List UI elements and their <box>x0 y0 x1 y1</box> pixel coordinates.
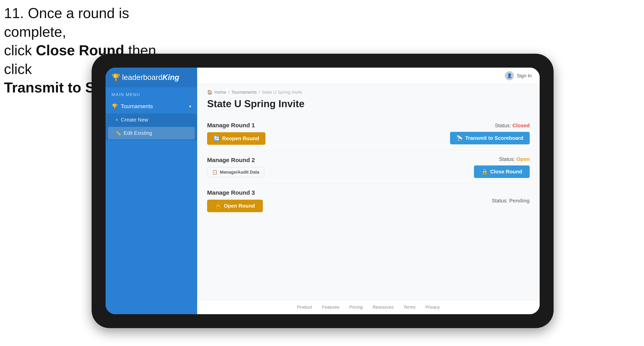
instruction-line1: 11. Once a round is complete, <box>4 5 129 40</box>
transmit-to-scoreboard-button[interactable]: 📡 Transmit to Scoreboard <box>450 132 530 144</box>
edit-icon: ✏️ <box>116 131 121 136</box>
breadcrumb: 🏠 Home / Tournaments / State U Spring In… <box>207 90 530 95</box>
breadcrumb-tournaments[interactable]: Tournaments <box>232 90 257 95</box>
footer-pricing[interactable]: Pricing <box>349 305 362 310</box>
close-round-button[interactable]: 🔒 Close Round <box>474 166 530 178</box>
round-3-section: Manage Round 3 🔓 Open Round Status: Pend… <box>207 184 530 218</box>
round-3-status: Status: Pending <box>492 198 530 204</box>
sidebar-item-tournaments[interactable]: 🏆 Tournaments ▾ <box>106 99 197 114</box>
tablet-device: 🏆 leaderboardKing MAIN MENU 🏆 Tournament… <box>92 54 554 328</box>
transmit-icon: 📡 <box>456 135 463 141</box>
round-3-right: Status: Pending <box>492 198 530 204</box>
round-1-right: Status: Closed 📡 Transmit to Scoreboard <box>450 123 530 144</box>
sidebar-item-edit-existing[interactable]: ✏️ Edit Existing <box>108 127 195 139</box>
round-1-status-value: Closed <box>512 123 530 129</box>
round-1-status: Status: Closed <box>495 123 530 129</box>
round-2-left: Manage Round 2 📋 Manage/Audit Data <box>207 157 264 177</box>
sidebar-item-tournaments-label: Tournaments <box>121 103 153 110</box>
logo-area: 🏆 leaderboardKing <box>106 68 197 87</box>
create-new-label: Create New <box>121 117 148 123</box>
footer-terms[interactable]: Terms <box>404 305 416 310</box>
round-1-title: Manage Round 1 <box>207 122 266 129</box>
breadcrumb-sep2: / <box>259 90 260 95</box>
reopen-round-button[interactable]: 🔄 Reopen Round <box>207 132 266 145</box>
sidebar-item-create-new[interactable]: + Create New <box>106 114 197 126</box>
avatar: 👤 <box>505 71 514 80</box>
main-menu-label: MAIN MENU <box>106 87 197 99</box>
round-3-title: Manage Round 3 <box>207 189 263 196</box>
round-3-status-value: Pending <box>509 198 530 204</box>
manage-audit-button[interactable]: 📋 Manage/Audit Data <box>207 167 264 177</box>
plus-icon: + <box>116 117 118 123</box>
logo-text: leaderboardKing <box>122 73 179 82</box>
app-layout: 🏆 leaderboardKing MAIN MENU 🏆 Tournament… <box>106 68 540 314</box>
round-2-title: Manage Round 2 <box>207 157 264 164</box>
top-bar: 👤 Sign In <box>197 68 540 84</box>
sidebar-submenu: + Create New ✏️ Edit Existing <box>106 114 197 140</box>
round-2-right: Status: Open 🔒 Close Round <box>474 156 530 178</box>
page-title: State U Spring Invite <box>207 98 530 110</box>
sidebar: 🏆 leaderboardKing MAIN MENU 🏆 Tournament… <box>106 68 197 314</box>
footer: Product Features Pricing Resources Terms… <box>197 300 540 314</box>
page-content: 🏠 Home / Tournaments / State U Spring In… <box>197 84 540 300</box>
reopen-icon: 🔄 <box>214 135 220 142</box>
manage-audit-icon: 📋 <box>212 170 218 175</box>
sign-in-area[interactable]: 👤 Sign In <box>505 71 532 80</box>
round-1-section: Manage Round 1 🔄 Reopen Round Status: Cl… <box>207 116 530 151</box>
footer-privacy[interactable]: Privacy <box>425 305 440 310</box>
logo-trophy-icon: 🏆 <box>112 73 120 82</box>
edit-existing-label: Edit Existing <box>124 130 152 136</box>
tournaments-icon: 🏆 <box>112 103 118 110</box>
breadcrumb-home[interactable]: Home <box>214 90 226 95</box>
round-2-status-value: Open <box>516 156 530 162</box>
sign-in-label: Sign In <box>517 73 532 79</box>
footer-resources[interactable]: Resources <box>372 305 394 310</box>
breadcrumb-sep1: / <box>228 90 230 95</box>
home-icon: 🏠 <box>207 90 212 95</box>
round-2-status: Status: Open <box>499 156 530 162</box>
footer-product[interactable]: Product <box>297 305 312 310</box>
footer-features[interactable]: Features <box>322 305 339 310</box>
open-round-button[interactable]: 🔓 Open Round <box>207 200 263 212</box>
breadcrumb-current: State U Spring Invite <box>262 90 302 95</box>
lock-icon: 🔒 <box>482 169 488 175</box>
round-1-left: Manage Round 1 🔄 Reopen Round <box>207 122 266 145</box>
round-3-left: Manage Round 3 🔓 Open Round <box>207 189 263 212</box>
main-content: 👤 Sign In 🏠 Home / Tournaments / State U… <box>197 68 540 314</box>
tablet-screen: 🏆 leaderboardKing MAIN MENU 🏆 Tournament… <box>106 68 540 314</box>
chevron-down-icon: ▾ <box>189 104 191 109</box>
open-round-icon: 🔓 <box>215 203 222 209</box>
round-2-section: Manage Round 2 📋 Manage/Audit Data Statu… <box>207 151 530 184</box>
